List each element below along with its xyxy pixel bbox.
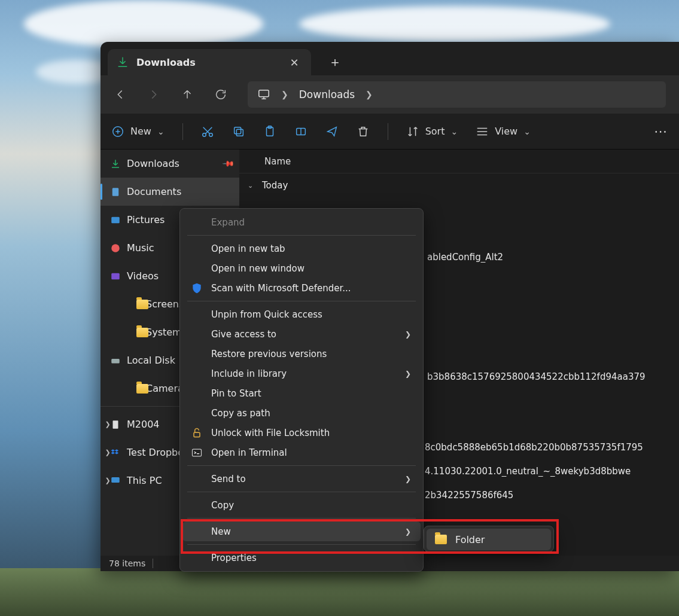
- sidebar-item-downloads[interactable]: Downloads 📌: [101, 150, 239, 178]
- back-button[interactable]: [114, 88, 127, 101]
- sidebar-label: This PC: [127, 475, 162, 486]
- submenu-label: Folder: [455, 534, 485, 545]
- separator: [187, 235, 416, 236]
- ctx-include-library[interactable]: Include in library❯: [182, 364, 421, 383]
- svg-rect-15: [111, 477, 120, 483]
- view-button[interactable]: View ⌄: [476, 125, 531, 138]
- copy-button[interactable]: [232, 125, 245, 138]
- ctx-send-to[interactable]: Send to❯: [182, 469, 421, 489]
- column-header-name[interactable]: Name: [239, 150, 679, 173]
- delete-button[interactable]: [357, 125, 370, 138]
- chevron-right-icon: ❯: [405, 527, 411, 536]
- sort-button[interactable]: Sort ⌄: [406, 125, 458, 138]
- document-icon: [110, 187, 121, 197]
- sort-icon: [406, 125, 419, 138]
- separator: [388, 123, 388, 140]
- svg-rect-13: [111, 359, 120, 364]
- ctx-open-new-tab[interactable]: Open in new tab: [182, 239, 421, 258]
- folder-icon: [136, 384, 148, 394]
- rename-button[interactable]: [294, 125, 307, 138]
- chevron-down-icon: ⌄: [157, 127, 165, 136]
- ctx-restore-versions[interactable]: Restore previous versions: [182, 344, 421, 364]
- submenu-folder[interactable]: Folder: [427, 529, 551, 550]
- sidebar-label: Music: [127, 242, 154, 254]
- up-button[interactable]: [181, 88, 194, 101]
- folder-icon: [435, 535, 447, 544]
- folder-icon: [136, 300, 148, 309]
- view-label: View: [495, 126, 517, 137]
- sidebar-label: Documents: [127, 186, 181, 197]
- collapse-icon[interactable]: ⌄: [248, 182, 256, 190]
- ctx-give-access[interactable]: Give access to❯: [182, 324, 421, 344]
- group-header-today[interactable]: ⌄Today: [239, 173, 679, 197]
- ctx-pin-start[interactable]: Pin to Start: [182, 383, 421, 403]
- sidebar-label: Videos: [127, 270, 159, 282]
- context-menu: Expand Open in new tab Open in new windo…: [179, 208, 424, 572]
- plus-circle-icon: [111, 125, 124, 138]
- download-icon: [110, 158, 121, 169]
- new-button[interactable]: New ⌄: [111, 125, 165, 138]
- svg-rect-4: [236, 129, 243, 136]
- svg-rect-12: [111, 273, 120, 279]
- tab-downloads[interactable]: Downloads ✕: [108, 49, 311, 75]
- monitor-icon: [257, 88, 270, 101]
- ctx-properties[interactable]: Properties: [182, 548, 421, 568]
- sidebar-label: M2004: [127, 419, 160, 430]
- svg-rect-10: [111, 216, 120, 223]
- ctx-unpin-quick-access[interactable]: Unpin from Quick access: [182, 304, 421, 324]
- sidebar-item-documents[interactable]: Documents: [101, 178, 239, 206]
- download-icon: [116, 56, 129, 69]
- more-button[interactable]: ⋯: [654, 124, 668, 139]
- separator: [187, 518, 416, 519]
- folder-icon: [136, 328, 148, 337]
- separator: [182, 123, 183, 140]
- svg-rect-9: [112, 188, 119, 196]
- chevron-right-icon: ❯: [405, 330, 411, 339]
- ctx-scan-defender[interactable]: Scan with Microsoft Defender...: [182, 278, 421, 298]
- tab-bar: Downloads ✕ ＋: [101, 42, 679, 75]
- file-icon: [110, 419, 121, 430]
- ctx-new[interactable]: New❯: [182, 522, 421, 541]
- share-button[interactable]: [325, 125, 339, 138]
- ctx-open-new-window[interactable]: Open in new window: [182, 258, 421, 278]
- drive-icon: [110, 355, 121, 366]
- svg-rect-17: [193, 449, 202, 456]
- svg-rect-0: [259, 90, 269, 97]
- close-tab-button[interactable]: ✕: [286, 56, 303, 69]
- refresh-button[interactable]: [214, 88, 227, 101]
- sidebar-label: Downloads: [127, 158, 179, 169]
- navigation-bar: ❯ Downloads ❯: [101, 75, 679, 114]
- address-bar[interactable]: ❯ Downloads ❯: [248, 81, 666, 108]
- tab-title: Downloads: [136, 57, 196, 68]
- ctx-copy[interactable]: Copy: [182, 495, 421, 515]
- sidebar-label: Pictures: [127, 214, 165, 225]
- separator: [187, 301, 416, 301]
- terminal-icon: [191, 447, 203, 459]
- chevron-right-icon: ❯: [405, 370, 411, 378]
- pc-icon: [110, 475, 121, 486]
- forward-button[interactable]: [147, 88, 160, 101]
- chevron-right-icon: ❯: [405, 475, 411, 483]
- new-tab-button[interactable]: ＋: [323, 49, 347, 75]
- view-icon: [476, 125, 489, 138]
- chevron-right-icon[interactable]: ❯: [366, 90, 373, 99]
- separator: [187, 544, 416, 545]
- pin-icon: 📌: [222, 157, 235, 170]
- new-label: New: [130, 126, 151, 137]
- lock-icon: [191, 427, 203, 439]
- ctx-unlock-locksmith[interactable]: Unlock with File Locksmith: [182, 423, 421, 443]
- new-submenu: Folder: [424, 526, 554, 552]
- sidebar-label: System: [146, 327, 182, 338]
- svg-rect-5: [234, 127, 240, 133]
- shield-icon: [191, 282, 203, 294]
- item-count: 78 items: [109, 559, 145, 568]
- command-toolbar: New ⌄ Sort ⌄ View ⌄ ⋯: [101, 114, 679, 150]
- chevron-right-icon: ❯: [281, 90, 288, 99]
- address-location: Downloads: [299, 89, 355, 100]
- separator: [187, 465, 416, 466]
- separator: [153, 559, 153, 568]
- paste-button[interactable]: [263, 125, 276, 138]
- cut-button[interactable]: [201, 125, 214, 138]
- ctx-open-terminal[interactable]: Open in Terminal: [182, 443, 421, 462]
- ctx-copy-path[interactable]: Copy as path: [182, 403, 421, 423]
